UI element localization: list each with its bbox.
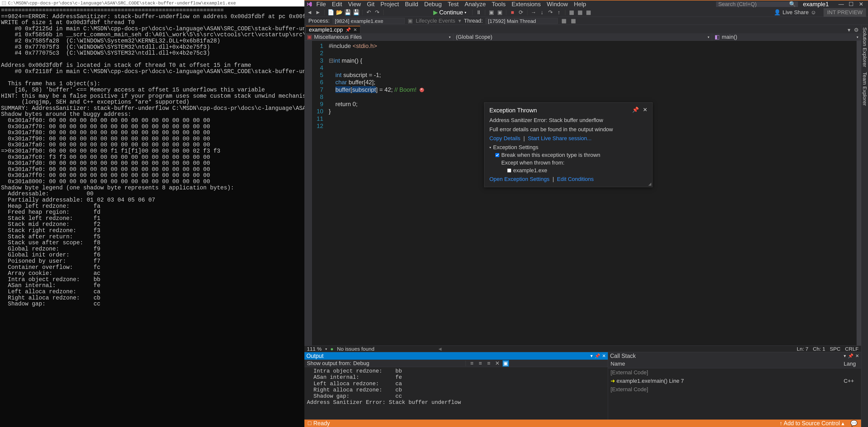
output-btn-4[interactable]: ✕ (494, 360, 500, 367)
undo-button[interactable]: ↶ (366, 9, 372, 16)
edit-conditions-link[interactable]: Edit Conditions (557, 176, 594, 182)
menu-git[interactable]: Git (367, 1, 375, 8)
pin-popup-icon[interactable]: 📌 (632, 107, 639, 114)
callstack-dd-icon[interactable]: ▾ (844, 353, 846, 359)
tb-misc-3[interactable]: ▦ (585, 9, 592, 16)
continue-button[interactable]: ▶ Continue ▾ (430, 9, 469, 16)
new-button[interactable]: 📄 (328, 9, 334, 16)
breakall-button[interactable]: ⏸ (475, 9, 482, 16)
breakpoint-margin[interactable] (304, 41, 312, 345)
output-btn-1[interactable]: ≡ (469, 360, 475, 367)
menu-tools[interactable]: Tools (492, 1, 506, 8)
indent-indicator[interactable]: SPC (830, 346, 840, 352)
console-output[interactable]: ========================================… (0, 6, 304, 427)
step-over-button[interactable]: ↷ (547, 9, 554, 16)
menu-debug[interactable]: Debug (424, 1, 442, 8)
copy-details-link[interactable]: Copy Details (489, 135, 520, 141)
callstack-close-icon[interactable]: ✕ (855, 353, 859, 359)
tb-misc-1[interactable]: ▦ (568, 9, 575, 16)
type-scope-dd[interactable]: (Global Scope) ▾ (453, 33, 712, 40)
callstack-row[interactable]: [External Code] (608, 368, 861, 377)
team-explorer-tab[interactable]: Team Explorer (862, 72, 868, 106)
redo-button[interactable]: ↷ (374, 9, 380, 16)
process-dd[interactable]: [9824] example1.exe (333, 18, 405, 24)
output-close-icon[interactable]: ✕ (602, 353, 606, 359)
output-btn-5[interactable]: ▣ (502, 360, 509, 367)
close-button[interactable]: ✕ (856, 1, 866, 8)
open-exception-settings-link[interactable]: Open Exception Settings (489, 176, 550, 182)
thread-dd[interactable]: [17592] Main Thread (486, 18, 558, 24)
tb-icon-1[interactable]: ▣ (488, 9, 495, 16)
saveall-button[interactable]: 💾 (353, 9, 359, 16)
col-lang[interactable]: Lang (841, 360, 861, 368)
tab-example1-cpp[interactable]: example1.cpp 📌 ✕ (306, 26, 360, 33)
restart-button[interactable]: ⟳ (518, 9, 524, 16)
output-btn-2[interactable]: ≡ (477, 360, 484, 367)
stack-frame-icon-2[interactable]: ▦ (570, 18, 577, 24)
stack-frame-icon[interactable]: ▦ (561, 18, 567, 24)
notifications-icon[interactable]: 💬 (850, 420, 858, 427)
project-scope-dd[interactable]: ▣ Miscellaneous Files ▾ (304, 33, 453, 40)
maximize-button[interactable]: ☐ (846, 1, 856, 8)
exception-settings-toggle[interactable]: ▾Exception Settings (489, 144, 647, 151)
search-box[interactable]: Search (Ctrl+Q) 🔍 (716, 1, 798, 7)
output-header[interactable]: Output ▾ 📌 ✕ (304, 352, 608, 360)
hscroll-left[interactable]: ◄ (437, 346, 443, 352)
zoom-dd-icon[interactable]: ▾ (325, 347, 327, 351)
nav-fwd-button[interactable]: ► (315, 9, 321, 16)
nav-back-button[interactable]: ◄ (306, 9, 313, 16)
minimize-button[interactable]: — (836, 1, 846, 8)
lineending-indicator[interactable]: CRLF (845, 346, 859, 352)
callstack-row[interactable]: ➜example1.exe!main() Line 7C++ (608, 377, 861, 385)
menu-project[interactable]: Project (380, 1, 399, 8)
menu-edit[interactable]: Edit (332, 1, 342, 8)
tb-icon-2[interactable]: ▣ (497, 9, 503, 16)
solution-explorer-tab[interactable]: Solution Explorer (862, 27, 868, 67)
callstack-pin-icon[interactable]: 📌 (848, 353, 854, 359)
output-dd-icon[interactable]: ▾ (590, 353, 593, 359)
liveshare-button[interactable]: 👤 Live Share ☺ (771, 9, 819, 16)
output-btn-3[interactable]: ≡ (486, 360, 492, 367)
close-popup-icon[interactable]: ✕ (643, 107, 647, 114)
save-button[interactable]: 💾 (344, 9, 351, 16)
code-editor[interactable]: 123456789101112 #include <stdio.h> ⊟int … (304, 41, 861, 345)
open-button[interactable]: 📂 (336, 9, 342, 16)
output-pin-icon[interactable]: 📌 (595, 353, 600, 359)
tab-settings-icon[interactable]: ⚙ (853, 27, 860, 33)
except-from-checkbox[interactable] (507, 169, 511, 172)
issues-text[interactable]: No issues found (337, 346, 374, 352)
menu-extensions[interactable]: Extensions (512, 1, 541, 8)
menu-build[interactable]: Build (405, 1, 418, 8)
resize-grip-icon[interactable]: ◢ (648, 181, 651, 187)
callstack-header[interactable]: Call Stack ▾ 📌 ✕ (608, 352, 861, 360)
tab-dropdown-icon[interactable]: ▾ (846, 27, 852, 33)
show-next-stmt-button[interactable]: → (530, 9, 537, 16)
zoom-level[interactable]: 111 % (307, 346, 322, 352)
menu-view[interactable]: View (348, 1, 361, 8)
step-into-button[interactable]: ↓ (539, 9, 545, 16)
output-source-dd[interactable]: Debug (353, 360, 463, 367)
tb-misc-2[interactable]: ▦ (577, 9, 583, 16)
start-liveshare-link[interactable]: Start Live Share session... (528, 135, 592, 141)
menu-test[interactable]: Test (448, 1, 459, 8)
output-text[interactable]: Intra object redzone: bb ASan internal: … (304, 367, 608, 420)
editor-scrollbar[interactable] (857, 41, 861, 345)
menu-help[interactable]: Help (574, 1, 586, 8)
stop-button[interactable]: ■ (509, 9, 516, 16)
menu-file[interactable]: File (316, 1, 326, 8)
col-indicator[interactable]: Ch: 1 (813, 346, 825, 352)
callstack-row[interactable]: [External Code] (608, 385, 861, 394)
menu-analyze[interactable]: Analyze (465, 1, 486, 8)
pin-icon[interactable]: 📌 (345, 27, 351, 33)
menu-window[interactable]: Window (547, 1, 568, 8)
line-indicator[interactable]: Ln: 7 (797, 346, 808, 352)
col-name[interactable]: Name (608, 360, 841, 368)
close-tab-icon[interactable]: ✕ (353, 27, 357, 33)
lifecycle-dd[interactable]: Lifecycle Events (416, 18, 455, 24)
member-scope-dd[interactable]: ◧ main() ▾ (712, 33, 861, 40)
vs-titlebar[interactable]: File Edit View Git Project Build Debug T… (304, 0, 868, 8)
console-titlebar[interactable]: C:\MSDN\cpp-docs-pr\docs\c-language\ASAN… (0, 0, 304, 6)
step-out-button[interactable]: ↑ (556, 9, 562, 16)
break-on-throw-checkbox[interactable] (495, 153, 499, 157)
error-icon[interactable] (420, 88, 424, 92)
